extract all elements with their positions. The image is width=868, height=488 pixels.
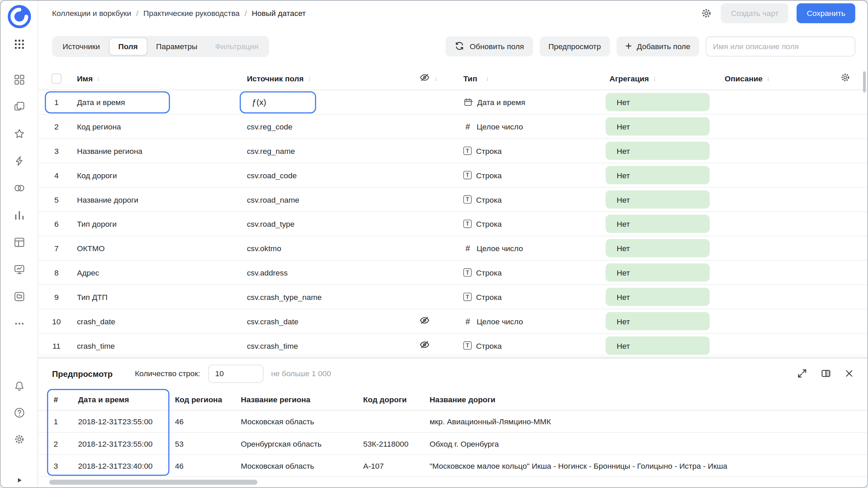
dataset-settings-gear-icon[interactable] [701, 7, 713, 19]
aggregation-select[interactable]: Нет [606, 93, 710, 111]
aggregation-select[interactable]: Нет [606, 190, 710, 209]
field-search-input[interactable] [706, 37, 855, 57]
field-type-cell[interactable]: #Целое число [453, 122, 606, 131]
field-name-cell[interactable]: ОКТМО [75, 244, 244, 252]
sort-icon[interactable]: ↓ [434, 74, 438, 82]
field-source[interactable]: csv.reg_code [247, 122, 292, 131]
field-type-cell[interactable]: Дата и время [453, 97, 606, 107]
vertical-scrollbar[interactable] [863, 72, 866, 93]
field-row[interactable]: 11crash_timecsv.crash_timeTСтрокаНет [38, 333, 868, 358]
field-type-cell[interactable]: #Целое число [453, 317, 606, 326]
tab-parameters[interactable]: Параметры [147, 38, 206, 55]
field-name-cell[interactable]: Название дороги [75, 195, 244, 204]
datalens-logo[interactable] [7, 4, 31, 29]
storage-folder-icon[interactable] [13, 290, 25, 303]
field-row[interactable]: 7ОКТМОcsv.oktmo#Целое числоНет [38, 236, 868, 261]
select-all-checkbox[interactable] [52, 73, 61, 83]
field-row[interactable]: 3Название регионаcsv.reg_nameTСтрокаНет [38, 139, 868, 163]
aggregation-select[interactable]: Нет [606, 215, 710, 233]
breadcrumb-workbook[interactable]: Практические руководства [143, 9, 240, 18]
field-name-cell[interactable]: Тип ДТП [75, 292, 244, 301]
field-source-cell[interactable]: csv.road_type [245, 219, 414, 228]
field-row[interactable]: 8Адресcsv.addressTСтрокаНет [38, 261, 868, 285]
sort-icon[interactable]: ↓ [486, 74, 489, 82]
aggregation-select[interactable]: Нет [606, 117, 710, 136]
field-source-cell[interactable]: csv.crash_type_name [245, 292, 414, 301]
column-header-hidden[interactable]: ↓ [414, 72, 453, 85]
connections-lightning-icon[interactable] [13, 155, 25, 167]
aggregation-select[interactable]: Нет [606, 239, 710, 257]
field-type-cell[interactable]: TСтрока [453, 195, 606, 204]
aggregation-select[interactable]: Нет [606, 288, 710, 306]
field-name-cell[interactable]: Дата и время [75, 98, 244, 106]
field-source[interactable]: csv.crash_time [247, 341, 298, 350]
add-field-button[interactable]: + Добавить поле [616, 37, 699, 57]
collections-icon[interactable] [13, 101, 25, 113]
field-name-cell[interactable]: Код региона [75, 122, 244, 131]
field-type-cell[interactable]: TСтрока [453, 219, 606, 228]
field-source-cell[interactable]: csv.oktmo [245, 244, 414, 252]
field-source[interactable]: csv.road_type [247, 219, 295, 228]
field-name-cell[interactable]: Адрес [75, 268, 244, 277]
field-type-cell[interactable]: TСтрока [453, 292, 606, 301]
refresh-fields-button[interactable]: Обновить поля [446, 37, 533, 57]
table-settings-gear-icon[interactable] [840, 72, 851, 85]
create-chart-button[interactable]: Создать чарт [721, 3, 788, 23]
column-header-name[interactable]: Имя ↓ [75, 74, 244, 83]
horizontal-scrollbar[interactable] [49, 480, 257, 485]
formula-chip[interactable]: ƒ(x) [247, 97, 266, 107]
sort-icon[interactable]: ↓ [97, 74, 100, 82]
field-source[interactable]: csv.crash_date [247, 317, 298, 326]
breadcrumb-collections[interactable]: Коллекции и воркбуки [52, 9, 131, 18]
field-type-cell[interactable]: #Целое число [453, 243, 606, 253]
tab-sources[interactable]: Источники [54, 38, 109, 55]
field-row[interactable]: 10crash_datecsv.crash_date#Целое числоНе… [38, 309, 868, 334]
field-type-cell[interactable]: TСтрока [453, 171, 606, 180]
charts-icon[interactable] [13, 209, 25, 221]
dashboards-icon[interactable] [13, 74, 25, 86]
aggregation-select[interactable]: Нет [606, 263, 710, 282]
field-name-cell[interactable]: crash_time [75, 341, 244, 350]
field-name-cell[interactable]: Код дороги [75, 171, 244, 180]
field-source[interactable]: csv.road_code [247, 171, 297, 180]
preview-toggle-button[interactable]: Предпросмотр [539, 37, 610, 57]
field-row[interactable]: 9Тип ДТПcsv.crash_type_nameTСтрокаНет [38, 285, 868, 309]
field-source-cell[interactable]: ƒ(x) [245, 97, 414, 107]
field-source[interactable]: csv.address [247, 268, 288, 277]
eye-off-icon[interactable] [419, 339, 430, 352]
favorites-star-icon[interactable] [13, 128, 25, 140]
datasets-venn-icon[interactable] [13, 182, 25, 194]
field-type-cell[interactable]: TСтрока [453, 341, 606, 350]
field-source-cell[interactable]: csv.crash_date [245, 317, 414, 326]
expand-preview-icon[interactable] [796, 368, 808, 379]
notifications-bell-icon[interactable] [13, 380, 25, 392]
field-source-cell[interactable]: csv.road_code [245, 171, 414, 180]
field-visibility-cell[interactable] [414, 315, 453, 328]
close-preview-icon[interactable] [844, 368, 854, 378]
column-header-aggregation[interactable]: Агрегация ↓ [606, 74, 725, 83]
presentations-icon[interactable] [13, 263, 25, 276]
sort-icon[interactable]: ↓ [766, 74, 770, 82]
field-type-cell[interactable]: TСтрока [453, 146, 606, 155]
split-view-icon[interactable] [821, 368, 832, 379]
aggregation-select[interactable]: Нет [606, 142, 710, 160]
field-source-cell[interactable]: csv.road_name [245, 195, 414, 204]
aggregation-select[interactable]: Нет [606, 312, 710, 330]
save-button[interactable]: Сохранить [797, 3, 855, 23]
eye-off-icon[interactable] [419, 315, 430, 328]
sort-icon[interactable]: ↓ [308, 74, 311, 82]
field-source-cell[interactable]: csv.reg_code [245, 122, 414, 131]
sort-icon[interactable]: ↓ [653, 74, 656, 82]
field-visibility-cell[interactable] [414, 339, 453, 352]
field-name-cell[interactable]: Тип дороги [75, 219, 244, 228]
aggregation-select[interactable]: Нет [606, 166, 710, 184]
tables-icon[interactable] [13, 236, 25, 248]
column-header-type[interactable]: Тип ↓ [453, 74, 606, 83]
field-type-cell[interactable]: TСтрока [453, 268, 606, 277]
collapse-sidebar-icon[interactable] [14, 475, 24, 485]
tab-fields[interactable]: Поля [109, 38, 147, 55]
field-source[interactable]: csv.road_name [247, 195, 299, 204]
row-count-input[interactable] [208, 364, 263, 383]
settings-gear-icon[interactable] [13, 433, 25, 445]
field-source-cell[interactable]: csv.address [245, 268, 414, 277]
